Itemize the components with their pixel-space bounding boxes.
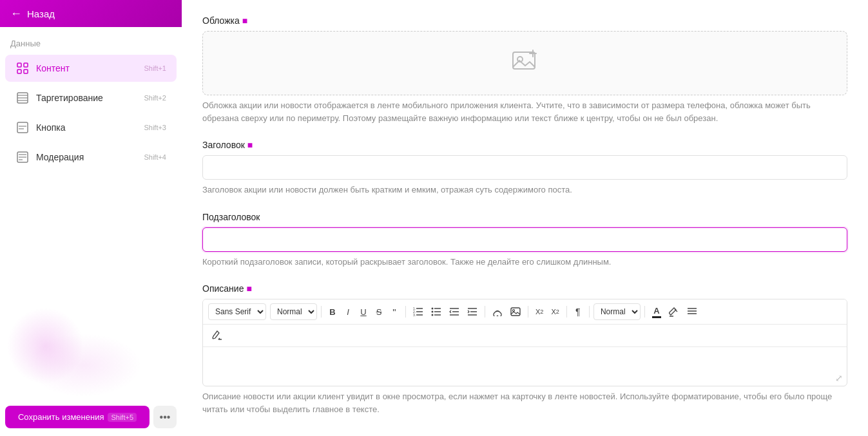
sidebar-item-content[interactable]: Контент Shift+1 bbox=[5, 55, 177, 82]
sidebar-item-button-label: Кнопка bbox=[36, 122, 144, 133]
bold-button[interactable]: B bbox=[325, 303, 340, 320]
title-label: Заголовок ■ bbox=[202, 140, 847, 150]
grid-icon bbox=[15, 61, 30, 75]
title-input[interactable] bbox=[202, 155, 847, 180]
save-shortcut: Shift+5 bbox=[108, 413, 137, 422]
underline-button[interactable]: U bbox=[356, 303, 371, 320]
back-label: Назад bbox=[27, 8, 55, 19]
more-icon: ••• bbox=[160, 412, 171, 423]
decoration-blob1 bbox=[6, 307, 84, 384]
svg-rect-2 bbox=[17, 70, 21, 73]
sidebar-item-targeting[interactable]: Таргетирование Shift+2 bbox=[5, 84, 177, 111]
ordered-list-button[interactable]: 1.2.3. bbox=[410, 303, 427, 320]
svg-point-29 bbox=[432, 311, 434, 313]
title-hint: Заголовок акции или новости должен быть … bbox=[202, 184, 847, 196]
clear-format-button[interactable] bbox=[208, 327, 225, 344]
image-button[interactable] bbox=[507, 303, 524, 320]
toolbar-separator-1 bbox=[321, 306, 322, 318]
align-button[interactable] bbox=[684, 303, 700, 320]
subtitle-label: Подзаголовок bbox=[202, 212, 847, 222]
save-row: Сохранить изменения Shift+5 ••• bbox=[0, 398, 182, 436]
strikethrough-button[interactable]: S bbox=[372, 303, 386, 320]
link-button[interactable] bbox=[489, 303, 506, 320]
description-field: Описание ■ Sans Serif Normal B I U bbox=[202, 283, 847, 415]
sidebar-item-button[interactable]: Кнопка Shift+3 bbox=[5, 114, 177, 141]
unordered-list-button[interactable] bbox=[428, 303, 445, 320]
resize-handle-icon[interactable]: ⤢ bbox=[835, 373, 843, 383]
cover-required-icon: ■ bbox=[242, 15, 247, 26]
font-family-select[interactable]: Sans Serif bbox=[208, 303, 266, 320]
title-field: Заголовок ■ Заголовок акции или новости … bbox=[202, 140, 847, 196]
sidebar-item-content-shortcut: Shift+1 bbox=[144, 64, 166, 72]
italic-button[interactable]: I bbox=[341, 303, 355, 320]
text-style-select[interactable]: Normal bbox=[593, 303, 641, 320]
subtitle-hint: Короткий подзаголовок записи, который ра… bbox=[202, 256, 847, 269]
save-button[interactable]: Сохранить изменения Shift+5 bbox=[5, 406, 149, 428]
sidebar: ← Назад Данные Контент Shift+1 Таргетиро… bbox=[0, 0, 182, 436]
subscript-button[interactable]: X2 bbox=[532, 303, 546, 320]
svg-rect-37 bbox=[511, 308, 520, 316]
sidebar-item-moderation[interactable]: Модерация Shift+4 bbox=[5, 144, 177, 171]
sidebar-item-targeting-label: Таргетирование bbox=[36, 93, 144, 103]
font-size-select[interactable]: Normal bbox=[270, 303, 317, 320]
svg-rect-3 bbox=[24, 70, 28, 73]
cover-field: Обложка ■ Обложка акции или новости отоб… bbox=[202, 15, 847, 124]
cursor-icon bbox=[15, 120, 30, 135]
decoration-blob2 bbox=[26, 333, 142, 397]
shield-icon bbox=[15, 150, 30, 164]
paragraph-button[interactable]: ¶ bbox=[571, 303, 585, 320]
sidebar-item-moderation-shortcut: Shift+4 bbox=[144, 153, 166, 161]
description-required-icon: ■ bbox=[246, 283, 251, 294]
back-button[interactable]: ← Назад bbox=[0, 0, 182, 27]
toolbar-separator-2 bbox=[405, 306, 406, 318]
sidebar-item-button-shortcut: Shift+3 bbox=[144, 124, 166, 131]
save-button-label: Сохранить изменения bbox=[18, 412, 104, 422]
svg-rect-15 bbox=[513, 52, 535, 69]
toolbar-separator-7 bbox=[644, 306, 645, 318]
subtitle-input[interactable] bbox=[202, 227, 847, 252]
svg-point-28 bbox=[432, 308, 434, 310]
quote-button[interactable]: " bbox=[387, 303, 401, 320]
section-label: Данные bbox=[0, 27, 182, 53]
text-color-button[interactable]: A bbox=[649, 303, 664, 320]
sidebar-item-moderation-label: Модерация bbox=[36, 152, 144, 162]
highlight-button[interactable] bbox=[666, 303, 682, 320]
svg-point-38 bbox=[513, 310, 515, 312]
description-label: Описание ■ bbox=[202, 283, 847, 294]
indent-left-button[interactable] bbox=[446, 303, 463, 320]
superscript-button[interactable]: X2 bbox=[548, 303, 562, 320]
subtitle-field: Подзаголовок Короткий подзаголовок запис… bbox=[202, 212, 847, 269]
target-icon bbox=[15, 91, 30, 105]
svg-point-30 bbox=[432, 314, 434, 316]
toolbar-separator-6 bbox=[589, 306, 590, 318]
svg-rect-1 bbox=[24, 63, 28, 67]
toolbar-separator-5 bbox=[566, 306, 567, 318]
indent-right-button[interactable] bbox=[464, 303, 481, 320]
title-required-icon: ■ bbox=[247, 140, 253, 150]
rte-toolbar: Sans Serif Normal B I U S " bbox=[203, 299, 847, 325]
back-arrow-icon: ← bbox=[10, 7, 22, 21]
sidebar-item-content-label: Контент bbox=[36, 63, 144, 73]
cover-upload-area[interactable] bbox=[202, 31, 847, 95]
svg-rect-8 bbox=[17, 122, 28, 133]
svg-text:3.: 3. bbox=[413, 313, 416, 316]
cover-hint: Обложка акции или новости отображается в… bbox=[202, 99, 847, 124]
sidebar-item-targeting-shortcut: Shift+2 bbox=[144, 94, 166, 102]
toolbar-separator-4 bbox=[528, 306, 528, 318]
main-content: Обложка ■ Обложка акции или новости отоб… bbox=[182, 0, 868, 436]
color-indicator bbox=[652, 316, 661, 318]
rte-container: Sans Serif Normal B I U S " bbox=[202, 299, 847, 386]
upload-image-icon bbox=[512, 49, 538, 77]
more-button[interactable]: ••• bbox=[153, 406, 177, 428]
toolbar-separator-3 bbox=[485, 306, 485, 318]
svg-rect-0 bbox=[17, 63, 21, 67]
cover-label: Обложка ■ bbox=[202, 15, 847, 26]
rte-body[interactable]: ⤢ bbox=[203, 347, 847, 386]
description-hint: Описание новости или акции клиент увидит… bbox=[202, 390, 847, 415]
